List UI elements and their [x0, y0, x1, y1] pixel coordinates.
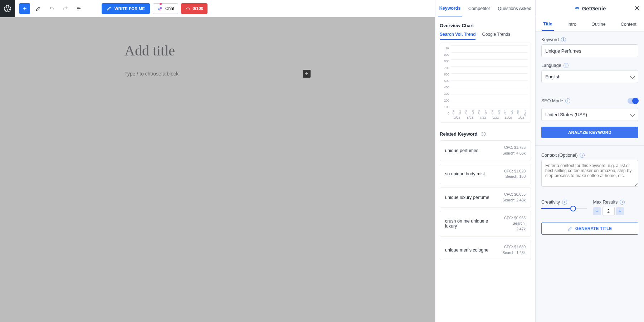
tab-outline[interactable]: Outline [590, 18, 607, 30]
svg-point-5 [577, 8, 579, 9]
svg-point-4 [575, 8, 577, 9]
svg-point-2 [160, 7, 162, 9]
write-for-me-button[interactable]: WRITE FOR ME [102, 3, 150, 14]
keyword-metrics: CPC: $1.020Search: 180 [504, 169, 526, 180]
edit-icon[interactable] [33, 3, 44, 14]
svg-point-0 [4, 5, 11, 11]
genie-panel: GetGenie ✕ Title Intro Outline Content K… [535, 0, 644, 322]
keyword-metrics: CPC: $0.965Search: 2.47k [503, 215, 526, 232]
keyword-label: Keyword [541, 37, 559, 42]
keyword-card[interactable]: so unique body mistCPC: $1.020Search: 18… [440, 164, 531, 185]
keyword-input[interactable] [541, 44, 638, 57]
info-icon[interactable]: i [564, 63, 569, 68]
max-results-value[interactable]: 2 [602, 207, 615, 215]
info-icon[interactable]: i [565, 98, 570, 103]
tab-questions[interactable]: Questions Asked [496, 1, 533, 16]
related-keyword-list: unique perfumesCPC: $1.735Search: 4.66ks… [440, 140, 531, 260]
notification-dot-icon [160, 3, 162, 5]
chevron-down-icon [630, 73, 635, 78]
keyword-name: unique luxury perfume [445, 195, 489, 200]
max-results-label: Max Results [593, 200, 618, 205]
creativity-slider[interactable] [541, 208, 587, 209]
seo-mode-toggle[interactable] [628, 98, 638, 104]
chevron-down-icon [630, 111, 635, 116]
tab-intro[interactable]: Intro [566, 18, 578, 30]
chat-button[interactable]: Chat [153, 3, 178, 14]
language-select[interactable]: English [541, 70, 638, 83]
context-input[interactable] [541, 160, 638, 187]
keyword-name: crush on me unique e luxury [445, 219, 499, 229]
info-icon[interactable]: i [620, 200, 625, 205]
keyword-panel-tabs: Keywords Competitor Questions Asked [435, 0, 535, 17]
chart-bars: 6007206006006004806006007209608801000 [451, 46, 528, 115]
analyze-keyword-button[interactable]: ANALYZE KEYWORD [541, 127, 638, 138]
overview-title: Overview Chart [440, 23, 531, 28]
keyword-card[interactable]: unique men's cologneCPC: $1.680Search: 1… [440, 240, 531, 260]
step-plus-button[interactable]: + [616, 207, 624, 215]
wordpress-icon[interactable] [0, 0, 15, 17]
keyword-name: unique men's cologne [445, 248, 488, 253]
language-label: Language [541, 63, 561, 68]
related-title: Related Keyword [440, 131, 477, 137]
keyword-card[interactable]: unique luxury perfumeCPC: $0.635Search: … [440, 187, 531, 208]
svg-rect-6 [575, 7, 579, 8]
creativity-label: Creativity [541, 200, 560, 205]
info-icon[interactable]: i [562, 200, 567, 205]
keyword-metrics: CPC: $1.680Search: 1.23k [502, 244, 526, 256]
close-icon[interactable]: ✕ [634, 4, 640, 12]
related-count: 30 [481, 132, 486, 137]
add-block-button[interactable] [19, 3, 30, 14]
editor-pane: WRITE FOR ME Chat 0/100 Add title Type /… [0, 0, 435, 322]
overview-chart: 1K9008007006005004003002001000 600720600… [440, 43, 531, 123]
tab-keywords[interactable]: Keywords [438, 1, 462, 16]
seo-mode-label: SEO Mode [541, 98, 563, 103]
editor-toolbar: WRITE FOR ME Chat 0/100 [0, 0, 435, 17]
keyword-name: so unique body mist [445, 171, 485, 176]
context-label: Context (Optional) [541, 153, 577, 158]
subtab-google-trends[interactable]: Google Trends [482, 32, 510, 40]
undo-button[interactable] [47, 3, 57, 14]
subtab-search-vol[interactable]: Search Vol. Trend [440, 32, 475, 40]
editor-overlay [0, 17, 435, 322]
info-icon[interactable]: i [580, 153, 585, 158]
max-results-stepper: − 2 + [593, 207, 639, 215]
keyword-panel: Keywords Competitor Questions Asked Over… [435, 0, 535, 322]
tab-competitor[interactable]: Competitor [467, 1, 492, 16]
generate-title-button[interactable]: GENERATE TITLE [541, 223, 638, 235]
chat-label: Chat [165, 6, 174, 11]
brand-logo: GetGenie [574, 5, 606, 12]
keyword-name: unique perfumes [445, 148, 478, 153]
score-label: 0/100 [192, 6, 203, 11]
chart-yaxis: 1K9008007006005004003002001000 [441, 46, 451, 121]
write-label: WRITE FOR ME [114, 6, 145, 11]
svg-point-3 [159, 9, 161, 10]
outline-icon[interactable] [74, 3, 84, 14]
chart-xaxis: 3/235/237/239/2311/231/23 [451, 116, 528, 121]
country-select[interactable]: United States (USA) [541, 108, 638, 121]
info-icon[interactable]: i [561, 37, 566, 42]
keyword-metrics: CPC: $1.735Search: 4.66k [502, 145, 526, 156]
redo-button[interactable] [60, 3, 71, 14]
tab-content[interactable]: Content [619, 18, 638, 30]
tab-title[interactable]: Title [542, 18, 553, 31]
keyword-card[interactable]: crush on me unique e luxuryCPC: $0.965Se… [440, 211, 531, 237]
seo-score-button[interactable]: 0/100 [181, 3, 208, 14]
keyword-card[interactable]: unique perfumesCPC: $1.735Search: 4.66k [440, 140, 531, 161]
step-minus-button[interactable]: − [593, 207, 601, 215]
keyword-metrics: CPC: $0.635Search: 2.43k [502, 192, 526, 203]
